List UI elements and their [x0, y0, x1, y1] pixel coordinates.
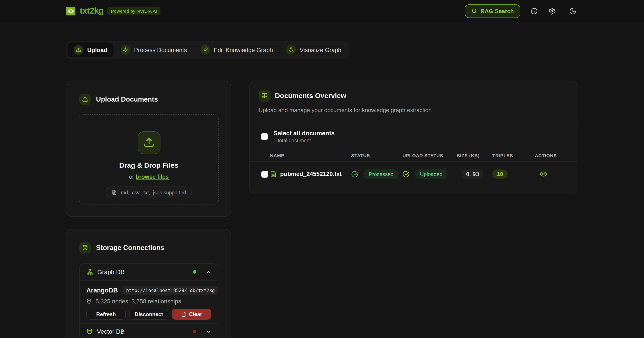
file-icon — [270, 171, 277, 177]
clear-button[interactable]: Clear — [172, 309, 211, 320]
total-documents-count: 1 total document — [274, 138, 335, 143]
nvidia-logo-icon — [66, 6, 76, 16]
view-document-button[interactable] — [538, 169, 548, 179]
file-icon — [112, 190, 116, 195]
powered-by-badge: Powered by NVIDIA AI — [108, 7, 160, 15]
dark-mode-toggle[interactable] — [566, 4, 579, 17]
storage-connections-card: Storage Connections Graph DB — [66, 229, 231, 338]
upload-documents-card: Upload Documents Drag & Drop Files or br… — [66, 81, 231, 217]
rag-search-label: RAG Search — [480, 8, 514, 14]
supported-formats-text: .md, .csv, .txt, .json supported — [120, 190, 186, 195]
upload-icon — [138, 131, 160, 154]
tab-bar: Upload Process Documents Edit Knowledge … — [66, 41, 349, 59]
chevron-down-icon — [206, 329, 211, 334]
clear-label: Clear — [189, 311, 202, 317]
dropzone[interactable]: Drag & Drop Files or browse files .md, .… — [79, 114, 219, 204]
moon-icon — [569, 7, 576, 15]
documents-card-header: Documents Overview — [250, 81, 578, 102]
upload-card-header: Upload Documents — [66, 81, 230, 105]
status-badge: Processed — [364, 169, 399, 179]
upload-status-badge: Uploaded — [415, 169, 448, 179]
stats-row: 5,325 nodes, 3,758 relationships — [86, 297, 211, 306]
documents-card-subtitle: Upload and manage your documents for kno… — [250, 107, 578, 113]
dropzone-subtitle: or browse files — [129, 173, 169, 180]
upload-card-title: Upload Documents — [96, 95, 158, 103]
graph-db-actions: Refresh Disconnect Clear — [86, 309, 211, 320]
check-circle-icon — [351, 170, 358, 177]
supported-formats-pill: .md, .csv, .txt, .json supported — [106, 186, 192, 198]
check-circle-icon — [402, 170, 410, 177]
vector-db-toggle[interactable]: Vector DB — [80, 323, 218, 338]
tab-process-documents-label: Process Documents — [134, 47, 187, 53]
graph-db-details: ArangoDB http://localhost:8529/_db/txt2k… — [80, 280, 218, 323]
settings-button[interactable] — [545, 4, 558, 17]
app-header: txt2kg Powered by NVIDIA AI RAG Search — [0, 0, 644, 22]
provider-row: ArangoDB http://localhost:8529/_db/txt2k… — [86, 286, 211, 295]
database-icon — [86, 298, 92, 304]
provider-name: ArangoDB — [86, 287, 118, 294]
info-button[interactable] — [528, 4, 540, 17]
document-name-cell: pubmed_24552120.txt — [270, 171, 351, 177]
status-cell: Processed — [351, 169, 402, 179]
eye-icon — [540, 170, 547, 178]
tab-upload-label: Upload — [87, 47, 108, 53]
documents-card-title: Documents Overview — [275, 92, 346, 100]
select-all-label: Select all documents — [274, 130, 335, 137]
disconnect-button[interactable]: Disconnect — [129, 309, 168, 320]
table-grid-icon — [259, 90, 270, 102]
select-all-text: Select all documents 1 total document — [274, 130, 335, 143]
column-status: STATUS — [351, 153, 402, 158]
select-all-checkbox[interactable] — [261, 133, 268, 140]
tab-upload[interactable]: Upload — [68, 42, 114, 57]
tab-visualize-graph[interactable]: Visualize Graph — [280, 42, 348, 57]
connected-status-dot — [193, 270, 196, 274]
vector-db-label: Vector DB — [97, 328, 124, 335]
brand-group: txt2kg Powered by NVIDIA AI — [66, 0, 160, 22]
graph-db-toggle[interactable]: Graph DB — [80, 264, 218, 280]
graph-stats: 5,325 nodes, 3,758 relationships — [96, 298, 181, 305]
search-icon — [471, 8, 478, 14]
app-root: txt2kg Powered by NVIDIA AI RAG Search — [0, 0, 644, 338]
storage-card-header: Storage Connections — [66, 229, 230, 254]
disconnect-label: Disconnect — [134, 311, 163, 317]
header-actions: RAG Search — [465, 0, 579, 22]
size-value: 0.93 — [462, 169, 483, 179]
tab-edit-knowledge-graph-label: Edit Knowledge Graph — [214, 47, 273, 53]
connections-panel: Graph DB ArangoDB http://localhost:8529/… — [79, 263, 218, 338]
documents-overview-card: Documents Overview Upload and manage you… — [250, 81, 578, 194]
upload-icon — [79, 94, 91, 105]
trash-icon — [181, 312, 186, 317]
lightning-icon — [120, 45, 130, 55]
graph-network-icon — [86, 269, 93, 275]
browse-files-link[interactable]: browse files — [136, 173, 168, 180]
chevron-up-icon — [206, 269, 211, 275]
database-icon — [86, 328, 92, 335]
table-row: pubmed_24552120.txt Processed Uploaded — [250, 162, 578, 186]
size-cell: 0.93 — [457, 169, 492, 179]
upload-status-cell: Uploaded — [402, 169, 457, 179]
refresh-button[interactable]: Refresh — [86, 309, 126, 320]
graph-db-label: Graph DB — [97, 268, 125, 275]
refresh-label: Refresh — [96, 311, 116, 317]
app-title: txt2kg — [80, 6, 104, 16]
actions-cell — [535, 169, 566, 179]
tab-edit-knowledge-graph[interactable]: Edit Knowledge Graph — [194, 42, 279, 57]
dropzone-title: Drag & Drop Files — [119, 162, 178, 169]
tab-process-documents[interactable]: Process Documents — [114, 42, 193, 57]
connection-url: http://localhost:8529/_db/txt2kg — [122, 286, 218, 295]
upload-icon — [74, 45, 83, 55]
edit-icon — [200, 45, 210, 55]
column-actions: ACTIONS — [535, 153, 566, 158]
column-name: NAME — [270, 153, 351, 158]
select-all-row: Select all documents 1 total document — [250, 123, 578, 143]
triples-cell: 10 — [492, 169, 535, 179]
info-icon — [530, 7, 538, 15]
gear-icon — [548, 7, 555, 15]
row-checkbox[interactable] — [261, 170, 268, 177]
rag-search-button[interactable]: RAG Search — [465, 4, 520, 18]
triples-badge: 10 — [492, 169, 508, 179]
graph-network-icon — [286, 45, 296, 55]
tab-visualize-graph-label: Visualize Graph — [300, 47, 341, 53]
column-triples: TRIPLES — [492, 153, 535, 158]
table-header: NAME STATUS UPLOAD STATUS SIZE (KB) TRIP… — [250, 149, 578, 162]
